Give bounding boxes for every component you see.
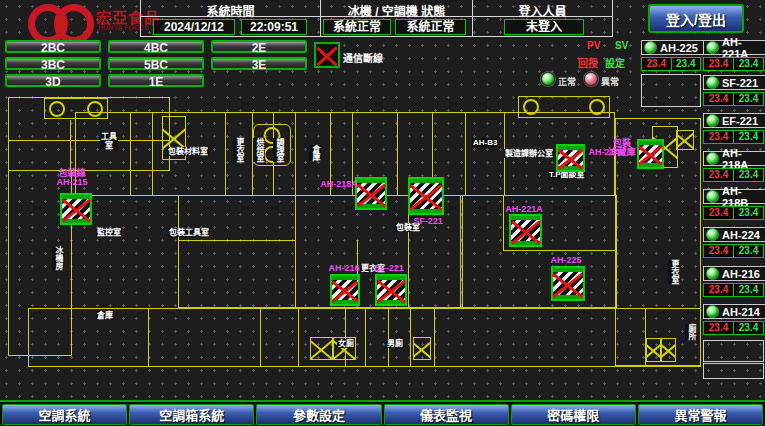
floor-button-3bc[interactable]: 3BC [5, 57, 101, 70]
equipment-row-ah-224[interactable]: AH-224 [703, 227, 765, 242]
status-lamp-icon [706, 190, 719, 203]
nav-button-1[interactable]: 空調箱系統 [129, 404, 254, 425]
login-label: 登入人員 [473, 2, 612, 19]
equipment-row-ah-218b[interactable]: AH-218B [703, 189, 765, 204]
ahu-status: 系統正常 [395, 19, 466, 35]
floor-button-3d[interactable]: 3D [5, 74, 101, 87]
pv-value: 23.4 [704, 169, 734, 181]
ahu-unit-icon[interactable] [551, 266, 585, 301]
pv-name-header: 回授 [578, 55, 598, 70]
room-label: 冰機房 [52, 246, 64, 270]
room-label: 包裝材料室 [167, 147, 209, 156]
equipment-row-sf-221[interactable]: SF-221 [703, 75, 765, 90]
floor-button-4bc[interactable]: 4BC [108, 40, 204, 53]
room-label: 更衣室 [233, 138, 245, 162]
room-label: AH-B3 [472, 138, 498, 147]
equipment-values-ah-218a: 23.423.4 [703, 168, 764, 182]
floor-button-2e[interactable]: 2E [211, 40, 307, 53]
wall-line [295, 195, 296, 307]
sv-name-header: 設定 [605, 55, 625, 70]
pv-value: 23.4 [704, 58, 734, 70]
floor-button-1e[interactable]: 1E [108, 74, 204, 87]
wall-line [397, 112, 398, 195]
nav-button-5[interactable]: 異常警報 [638, 404, 763, 425]
login-state: 未登入 [504, 19, 584, 35]
floor-button-3e[interactable]: 3E [211, 57, 307, 70]
ahu-unit-icon[interactable] [509, 214, 542, 247]
wall-line [295, 112, 296, 195]
ahu-unit-label: AH-216 [327, 264, 361, 273]
wall-line [8, 140, 170, 141]
equipment-row-ah-221a[interactable]: AH-221A [703, 40, 765, 55]
equipment-name: EF-221 [722, 115, 758, 127]
wall-line [365, 308, 366, 366]
equipment-values-sf-221: 23.423.4 [703, 92, 764, 106]
ahu-unit-icon[interactable] [637, 139, 664, 169]
wall-line [410, 308, 411, 366]
wall-line [130, 112, 131, 195]
equipment-values-ah-218b: 23.423.4 [703, 206, 764, 220]
equipment-empty-slot [641, 74, 701, 107]
login-logout-button[interactable]: 登入/登出 [648, 4, 744, 33]
nav-button-3[interactable]: 儀表監視 [384, 404, 509, 425]
room-label: 更衣室 [668, 260, 680, 284]
equipment-name: AH-214 [722, 306, 760, 318]
room-label: 烘焙室 [253, 138, 265, 162]
ahu-unit-label: AH-218A [320, 180, 358, 189]
room-label: 包裝工具室 [168, 228, 210, 237]
wall-line [225, 112, 226, 195]
equipment-values-ef-221: 23.423.4 [703, 130, 764, 144]
wall-line [503, 250, 617, 251]
nav-button-0[interactable]: 空調系統 [2, 404, 127, 425]
stair-x-icon [413, 337, 431, 360]
pv-value: 23.4 [704, 93, 734, 105]
equipment-name: AH-218A [722, 147, 765, 171]
comm-loss-label: 通信斷線 [343, 50, 383, 65]
room-label: 倉庫 [96, 311, 114, 320]
ahu-unit-label: EF-221 [372, 264, 406, 273]
equipment-values-ah-224: 23.423.4 [703, 244, 764, 258]
scada-screen: 宏亞食品 HUNYA FOODS 系統時間 冰機 / 空調機 狀態 登入人員 2… [0, 0, 765, 426]
room-label: 倉庫 [309, 145, 321, 161]
equipment-empty-slot [703, 363, 764, 379]
pv-value: 23.4 [704, 131, 734, 143]
equipment-row-ah-218a[interactable]: AH-218A [703, 151, 765, 166]
equipment-row-ah-216[interactable]: AH-216 [703, 266, 765, 281]
ahu-unit-label: AH-225 [547, 256, 585, 265]
ahu-unit-icon[interactable] [556, 144, 585, 172]
room-label: 工具 室 [100, 132, 118, 150]
floor-button-2bc[interactable]: 2BC [5, 40, 101, 53]
machine-status-label: 冰機 / 空調機 狀態 [321, 2, 472, 19]
ahu-unit-label: AH-221A [502, 205, 546, 214]
sv-value: 23.4 [734, 284, 763, 296]
equipment-values-ah-214: 23.423.4 [703, 321, 764, 335]
wall-line [178, 240, 295, 241]
sv-value: 23.4 [734, 131, 763, 143]
ahu-unit-icon[interactable] [60, 193, 92, 225]
floor-button-5bc[interactable]: 5BC [108, 57, 204, 70]
ahu-unit-icon[interactable] [408, 177, 444, 215]
status-lamp-icon [706, 152, 719, 165]
ahu-unit-icon[interactable] [355, 177, 387, 210]
stair-x-icon [661, 338, 676, 362]
equipment-row-ef-221[interactable]: EF-221 [703, 113, 765, 128]
nav-button-4[interactable]: 密碼權限 [511, 404, 636, 425]
normal-lamp-icon [541, 72, 555, 86]
equipment-name: AH-221A [722, 36, 765, 60]
stair-x-icon [310, 337, 333, 360]
abnormal-label: 異常 [601, 75, 619, 88]
equipment-row-ah-225[interactable]: AH-225 [641, 40, 705, 55]
status-lamp-icon [706, 41, 719, 54]
ahu-unit-icon[interactable] [375, 274, 407, 306]
ahu-unit-icon[interactable] [330, 274, 360, 306]
status-lamp-icon [706, 228, 719, 241]
system-time-label: 系統時間 [141, 2, 320, 19]
logo-subtitle: HUNYA FOODS [98, 24, 149, 31]
room-label: 監控室 [96, 228, 122, 237]
nav-button-2[interactable]: 參數設定 [256, 404, 381, 425]
equipment-row-ah-214[interactable]: AH-214 [703, 304, 765, 319]
equipment-empty-slot [703, 340, 764, 362]
wall-line [434, 308, 435, 366]
room-label: 廁所 [685, 324, 697, 340]
sv-value: 23.4 [734, 207, 763, 219]
